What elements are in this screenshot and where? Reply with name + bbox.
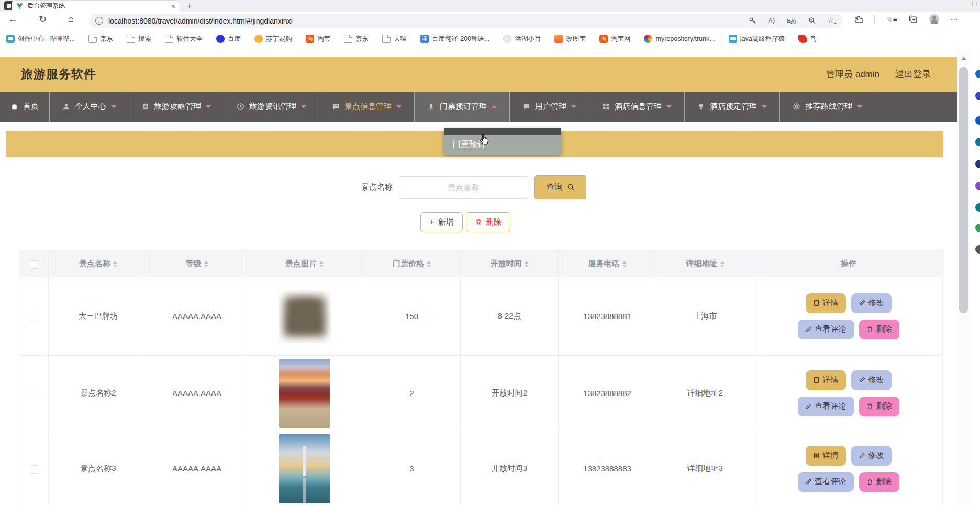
nav-item-hotel-booking-mgmt[interactable]: 酒店预定管理 xyxy=(685,92,780,122)
zoom-out-icon[interactable] xyxy=(808,17,816,25)
col-open-time[interactable]: 开放时间 xyxy=(461,251,559,277)
search-form: 景点名称 查询 xyxy=(361,175,586,199)
bookmark-item[interactable]: 创作中心 - 哔哩哔... xyxy=(6,35,75,43)
window-minimize-button[interactable]: — xyxy=(951,0,957,7)
detail-button[interactable]: 详情 xyxy=(806,446,846,466)
favorites-bar-icon[interactable]: ☆≡ xyxy=(886,15,897,24)
detail-button[interactable]: 详情 xyxy=(806,293,846,313)
bookmark-item[interactable]: 苏宁易购 xyxy=(254,35,292,43)
password-key-icon[interactable] xyxy=(749,17,756,25)
back-icon[interactable]: ← xyxy=(8,14,18,25)
translate-icon[interactable]: aあ xyxy=(787,16,797,25)
col-name[interactable]: 景点名称 xyxy=(49,251,148,277)
scroll-up-arrow-icon[interactable] xyxy=(961,57,966,60)
window-maximize-button[interactable]: ▢ xyxy=(972,0,977,7)
nav-item-recommended-routes-mgmt[interactable]: 推荐路线管理 xyxy=(780,92,875,122)
col-address[interactable]: 详细地址 xyxy=(656,251,754,277)
sort-icon[interactable] xyxy=(525,261,529,267)
read-aloud-icon[interactable]: A⟩ xyxy=(768,17,775,25)
browser-tab[interactable]: 后台管理系统 × xyxy=(12,0,180,12)
sort-icon[interactable] xyxy=(427,261,431,267)
sidebar-app-icon[interactable] xyxy=(975,70,980,78)
search-input[interactable] xyxy=(399,176,528,199)
sort-icon[interactable] xyxy=(204,261,208,267)
refresh-icon[interactable]: ↻ xyxy=(39,14,47,25)
logout-link[interactable]: 退出登录 xyxy=(895,68,931,80)
sidebar-app-icon[interactable] xyxy=(975,92,980,100)
delete-button[interactable]: 删除 xyxy=(466,212,510,232)
col-phone[interactable]: 服务电话 xyxy=(559,251,656,277)
sort-icon[interactable] xyxy=(319,261,324,267)
nav-item-home[interactable]: 首页 xyxy=(0,92,50,122)
add-button[interactable]: + 新增 xyxy=(420,212,463,232)
new-tab-button[interactable]: + xyxy=(184,1,195,10)
nav-item-travel-news-mgmt[interactable]: 旅游资讯管理 xyxy=(224,92,319,122)
edit-button[interactable]: 修改 xyxy=(851,293,892,313)
col-grade[interactable]: 等级 xyxy=(148,251,246,277)
favorite-add-icon[interactable]: ☆+ xyxy=(828,16,837,26)
scrollbar-thumb[interactable] xyxy=(959,67,968,313)
col-price[interactable]: 门票价格 xyxy=(363,251,461,277)
address-bar[interactable]: i localhost:8080/travel/admin/dist/index… xyxy=(89,14,843,28)
bookmark-item[interactable]: 百度 xyxy=(216,35,241,43)
detail-button[interactable]: 详情 xyxy=(806,370,846,390)
bookmark-item[interactable]: 洪湖小肖 xyxy=(503,35,541,43)
page-scrollbar[interactable] xyxy=(957,50,970,505)
sort-icon[interactable] xyxy=(113,261,117,267)
nav-item-user-mgmt[interactable]: 用户管理 xyxy=(510,92,589,122)
bookmark-item[interactable]: 软件大全 xyxy=(165,35,203,43)
url-text[interactable]: localhost:8080/travel/admin/dist/index.h… xyxy=(108,17,743,25)
site-info-icon[interactable]: i xyxy=(95,17,103,25)
profile-avatar[interactable] xyxy=(929,14,939,24)
sidebar-app-icon[interactable] xyxy=(975,245,980,254)
nav-item-ticket-booking-mgmt[interactable]: 门票预订管理 xyxy=(415,92,510,122)
tab-groups-icon[interactable] xyxy=(909,15,918,24)
select-all-checkbox[interactable] xyxy=(30,260,38,269)
bookmark-item[interactable]: 天猫 xyxy=(382,35,407,43)
bookmark-item[interactable]: 搜索 xyxy=(127,35,151,43)
row-checkbox[interactable] xyxy=(30,313,38,321)
sidebar-app-icon[interactable] xyxy=(975,182,980,190)
bookmark-item[interactable]: java高级程序猿 xyxy=(729,35,785,43)
extensions-icon[interactable] xyxy=(854,15,863,24)
delete-row-button[interactable]: 删除 xyxy=(859,397,899,416)
row-checkbox[interactable] xyxy=(30,390,38,398)
bookmark-item[interactable]: 淘淘宝网 xyxy=(599,35,631,43)
delete-row-button[interactable]: 删除 xyxy=(859,320,899,339)
sidebar-app-icon[interactable] xyxy=(975,160,980,168)
bookmark-item[interactable]: 鸟 xyxy=(798,35,817,43)
row-checkbox[interactable] xyxy=(30,465,38,474)
cell-phone: 13823888881 xyxy=(559,277,656,356)
nav-item-personal-center[interactable]: 个人中心 xyxy=(50,92,129,122)
view-comments-button[interactable]: 查看评论 xyxy=(798,472,854,492)
edit-button[interactable]: 修改 xyxy=(851,446,892,466)
search-button[interactable]: 查询 xyxy=(534,175,586,199)
view-comments-button[interactable]: 查看评论 xyxy=(798,397,854,416)
edit-button[interactable]: 修改 xyxy=(851,370,892,390)
sidebar-app-icon[interactable] xyxy=(975,224,980,232)
home-icon[interactable]: ⌂ xyxy=(68,14,74,25)
vue-logo-icon xyxy=(16,3,23,9)
delete-row-button[interactable]: 删除 xyxy=(859,472,899,492)
bookmark-item[interactable]: 译百度翻译-200种语... xyxy=(420,35,489,43)
sort-icon[interactable] xyxy=(720,261,725,267)
tab-close-button[interactable]: × xyxy=(171,3,175,10)
view-comments-button[interactable]: 查看评论 xyxy=(798,320,854,339)
dropdown-item-ticket-booking[interactable]: 门票预订 xyxy=(444,135,561,155)
sidebar-app-icon[interactable] xyxy=(975,116,980,125)
sidebar-app-icon[interactable] xyxy=(975,203,980,212)
bookmark-item[interactable]: myrepository/trunk... xyxy=(644,35,715,43)
col-image[interactable]: 景点图片 xyxy=(246,251,363,277)
bookmark-item[interactable]: 淘淘宝 xyxy=(306,35,330,43)
nav-item-hotel-info-mgmt[interactable]: 酒店信息管理 xyxy=(589,92,685,122)
sort-icon[interactable] xyxy=(622,261,627,267)
nav-item-travel-guide-mgmt[interactable]: 旅游攻略管理 xyxy=(129,92,224,122)
nav-item-attraction-info-mgmt[interactable]: 景点信息管理 xyxy=(319,92,415,122)
bookmark-item[interactable]: 改图宝 xyxy=(554,35,586,43)
sidebar-app-icon[interactable] xyxy=(975,138,980,146)
bookmark-item[interactable]: 京东 xyxy=(88,35,113,43)
settings-more-icon[interactable]: ⋯ xyxy=(951,15,958,24)
cell-open-time: 开放时间2 xyxy=(461,356,559,431)
suning-icon xyxy=(254,35,263,43)
bookmark-item[interactable]: 京东 xyxy=(344,35,369,43)
